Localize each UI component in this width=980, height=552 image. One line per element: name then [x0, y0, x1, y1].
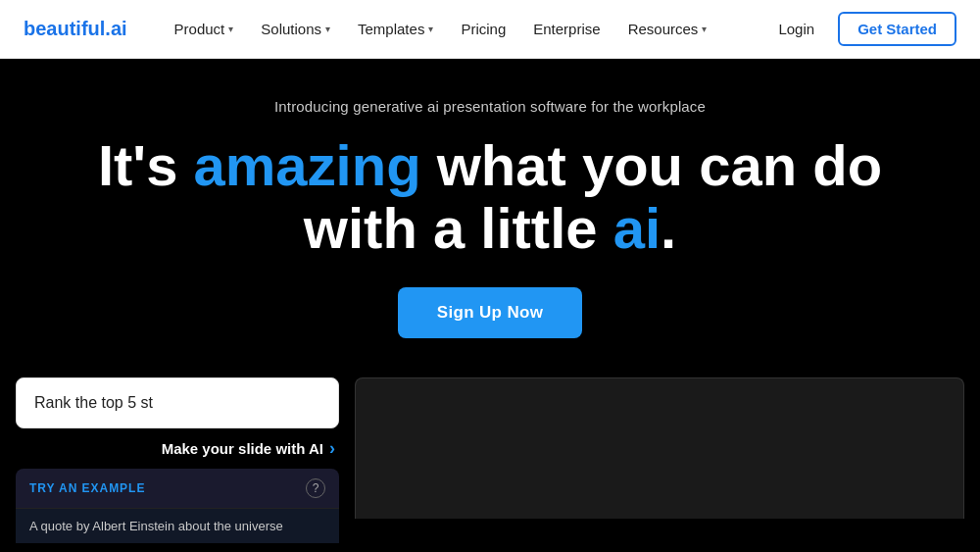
hero-title-part4: .: [661, 196, 676, 260]
hero-title-blue2: ai: [613, 196, 661, 260]
chevron-down-icon: ▾: [325, 24, 330, 34]
nav-item-pricing[interactable]: Pricing: [449, 15, 517, 43]
nav-right: Login Get Started: [766, 12, 956, 46]
ai-prompt-input[interactable]: [16, 377, 339, 428]
make-slide-link[interactable]: Make your slide with AI ›: [16, 438, 339, 459]
get-started-button[interactable]: Get Started: [838, 12, 956, 46]
example-item[interactable]: A quote by Albert Einstein about the uni…: [16, 508, 339, 543]
make-slide-label: Make your slide with AI: [162, 440, 323, 457]
logo[interactable]: beautiful.ai: [24, 18, 127, 40]
slide-preview-panel: [355, 377, 964, 519]
try-example-bar: TRY AN EXAMPLE ?: [16, 469, 339, 508]
logo-text-before: beautiful: [24, 18, 105, 39]
help-icon[interactable]: ?: [306, 478, 325, 498]
hero-title-part3: with a little: [304, 196, 613, 260]
hero-title-blue1: amazing: [194, 133, 421, 197]
nav-item-solutions[interactable]: Solutions ▾: [249, 15, 342, 43]
try-example-section: TRY AN EXAMPLE ? A quote by Albert Einst…: [16, 469, 339, 543]
arrow-right-icon: ›: [329, 438, 335, 459]
nav-item-resources[interactable]: Resources ▾: [616, 15, 719, 43]
hero-title-part2: what you can do: [421, 133, 883, 197]
chevron-down-icon: ▾: [428, 24, 433, 34]
try-example-label: TRY AN EXAMPLE: [29, 481, 145, 495]
nav-item-enterprise[interactable]: Enterprise: [521, 15, 612, 43]
hero-subtitle: Introducing generative ai presentation s…: [20, 98, 960, 115]
chevron-down-icon: ▾: [228, 24, 233, 34]
nav-links: Product ▾ Solutions ▾ Templates ▾ Pricin…: [163, 15, 767, 43]
hero-title: It's amazing what you can do with a litt…: [20, 134, 960, 260]
chevron-down-icon: ▾: [702, 24, 707, 34]
hero-title-part1: It's: [98, 133, 194, 197]
left-panel: Make your slide with AI › TRY AN EXAMPLE…: [16, 377, 339, 519]
hero-section: Introducing generative ai presentation s…: [0, 59, 980, 362]
signup-button[interactable]: Sign Up Now: [398, 287, 583, 338]
login-button[interactable]: Login: [766, 15, 826, 43]
nav-item-product[interactable]: Product ▾: [163, 15, 246, 43]
bottom-section: Make your slide with AI › TRY AN EXAMPLE…: [0, 362, 980, 519]
logo-text-after: ai: [111, 18, 127, 39]
nav-item-templates[interactable]: Templates ▾: [346, 15, 445, 43]
navbar: beautiful.ai Product ▾ Solutions ▾ Templ…: [0, 0, 980, 59]
